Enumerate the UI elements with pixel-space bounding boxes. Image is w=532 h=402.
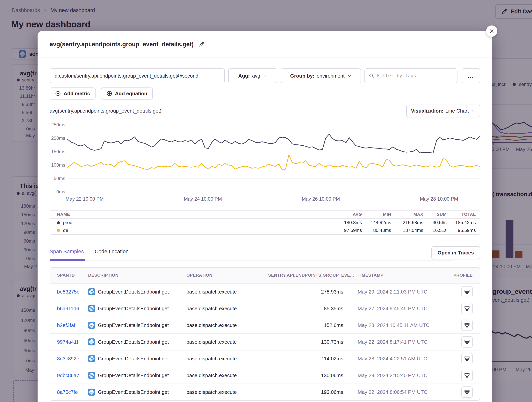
span-sample-row: 8d3c892e GroupEventDetailsEndpoint.get b… [50,350,480,367]
add-buttons-row: Add metric Add equation [50,87,480,99]
more-options-button[interactable]: ... [462,68,480,83]
metric-query-input[interactable] [50,68,225,83]
profile-button[interactable] [461,336,473,347]
span-description: GroupEventDetailsEndpoint.get [98,306,169,312]
span-description: GroupEventDetailsEndpoint.get [98,339,169,345]
span-sample-row: be83275c GroupEventDetailsEndpoint.get b… [50,283,480,300]
span-operation: base.dispatch.execute [186,389,268,395]
python-icon [88,372,95,379]
span-id-link[interactable]: be83275c [57,289,88,295]
span-sample-row: b2ef3faf GroupEventDetailsEndpoint.get b… [50,317,480,333]
span-sample-row: 9974a41f GroupEventDetailsEndpoint.get b… [50,333,480,350]
aggregation-select[interactable]: Agg: avg [228,68,277,83]
span-metric-value: 130.73ms [268,339,350,345]
ellipsis-icon: ... [468,73,474,79]
chart-plot-area[interactable] [68,125,480,192]
plus-circle-icon [55,91,61,96]
span-timestamp: May 27, 2024 9:45:45 PM UTC [350,306,451,312]
profile-button[interactable] [461,303,473,314]
chevron-down-icon [471,108,475,113]
close-button[interactable] [486,25,497,37]
close-icon [489,29,494,34]
span-sample-row: 8a75c7fe GroupEventDetailsEndpoint.get b… [50,383,480,400]
tab-span-samples[interactable]: Span Samples [50,249,84,255]
span-timestamp: May 28, 2024 4:22:51 AM UTC [350,356,451,362]
plus-circle-icon [107,91,112,96]
python-icon [88,338,95,346]
modal-header: avg(sentry.api.endpoints.group_event_det… [38,31,492,58]
span-description: GroupEventDetailsEndpoint.get [98,322,169,328]
screen: Dashboards My new dashboard My new dashb… [0,0,532,402]
profile-icon [464,372,470,378]
span-timestamp: May 22, 2024 8:06:54 PM UTC [350,389,451,395]
visualization-select[interactable]: Visualization: Line Chart [406,105,480,117]
series-name: de [63,228,68,233]
span-sample-row: 9dbc86a7 GroupEventDetailsEndpoint.get b… [50,367,480,383]
python-icon [88,355,95,362]
span-id-link[interactable]: 8d3c892e [57,356,88,362]
edit-title-button[interactable] [199,41,204,47]
profile-button[interactable] [461,286,473,297]
profile-icon [464,289,470,295]
query-builder-row: Agg: avg Group by: environment ... [50,68,480,83]
profile-button[interactable] [461,320,473,331]
python-icon [88,389,95,396]
open-in-traces-button[interactable]: Open in Traces [431,246,480,259]
add-equation-button[interactable]: Add equation [101,87,153,99]
python-icon [88,322,95,329]
span-samples-table: SPAN ID DESCRIPTION OPERATION SENTRY.API… [50,267,480,401]
tab-code-location[interactable]: Code Location [95,249,129,255]
agg-label: Agg: [238,73,250,79]
series-dot [57,221,60,224]
add-metric-button[interactable]: Add metric [50,87,95,99]
span-metric-value: 85.35ms [268,306,350,312]
chart-label: avg(sentry.api.endpoints.group_event_det… [50,108,162,114]
span-metric-value: 130.06ms [268,372,350,378]
summary-header-row: NAME AVG MIN MAX SUM TOTAL [50,210,480,219]
span-timestamp: May 29, 2024 2:21:03 PM UTC [350,289,451,295]
span-description: GroupEventDetailsEndpoint.get [98,372,169,378]
profile-icon [464,322,470,328]
span-description: GroupEventDetailsEndpoint.get [98,389,169,395]
add-metric-label: Add metric [64,91,90,97]
group-by-select[interactable]: Group by: environment [281,68,361,83]
span-metric-value: 114.02ms [268,356,350,362]
modal-title: avg(sentry.api.endpoints.group_event_det… [50,41,194,48]
span-timestamp: May 28, 2024 10:45:11 AM UTC [350,322,451,328]
samples-tabs-row: Span Samples Code Location Open in Trace… [50,249,480,267]
y-axis-labels: 250ms 200ms 150ms 100ms 50ms 0ms [50,125,68,192]
group-by-value: environment [317,73,345,79]
span-id-link[interactable]: 9974a41f [57,339,88,345]
group-by-label: Group by: [290,73,314,79]
summary-row-prod[interactable]: prod 180.8ms 144.92ms 215.68ms 30.56s 18… [50,219,480,226]
active-tab-indicator [50,259,85,261]
python-icon [88,305,95,312]
profile-button[interactable] [461,386,473,398]
summary-row-de[interactable]: de 97.69ms 80.43ms 137.54ms 16.51s 95.59… [50,226,480,234]
span-operation: base.dispatch.execute [186,289,268,295]
chevron-down-icon [263,74,267,78]
span-operation: base.dispatch.execute [186,339,268,345]
samples-header-row: SPAN ID DESCRIPTION OPERATION SENTRY.API… [50,268,480,283]
span-operation: base.dispatch.execute [186,356,268,362]
metric-line-chart: 250ms 200ms 150ms 100ms 50ms 0ms [50,125,480,192]
span-id-link[interactable]: b6a911d6 [57,306,88,312]
span-id-link[interactable]: 8a75c7fe [57,389,88,395]
span-id-link[interactable]: b2ef3faf [57,322,88,328]
span-metric-value: 152.6ms [268,322,350,328]
pencil-icon [199,41,204,47]
chart-header: avg(sentry.api.endpoints.group_event_det… [50,105,480,117]
profile-icon [464,339,470,345]
span-id-link[interactable]: 9dbc86a7 [57,372,88,378]
span-operation: base.dispatch.execute [186,306,268,312]
profile-button[interactable] [461,353,473,364]
span-timestamp: May 22, 2024 8:17:41 PM UTC [350,339,451,345]
tag-filter-input[interactable] [377,73,453,79]
span-metric-value: 278.93ms [268,289,350,295]
python-icon [88,288,95,295]
profile-icon [464,389,470,395]
profile-button[interactable] [461,370,473,381]
visualization-label: Visualization: [411,108,443,114]
span-operation: base.dispatch.execute [186,372,268,378]
span-sample-row: b6a911d6 GroupEventDetailsEndpoint.get b… [50,300,480,317]
